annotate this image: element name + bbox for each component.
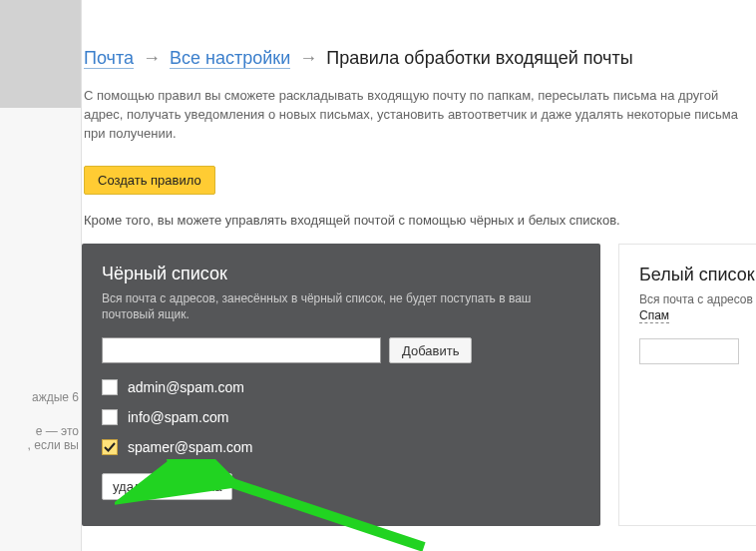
blacklist-item-email: admin@spam.com [128,379,244,395]
page-content: Почта → Все настройки → Правила обработк… [82,0,756,551]
blacklist-add-input[interactable] [102,337,381,363]
blacklist-item-checkbox[interactable] [102,379,118,395]
breadcrumb-current: Правила обработки входящей почты [326,48,632,68]
whitelist-add-input[interactable] [639,338,739,364]
blacklist-item-checkbox[interactable] [102,409,118,425]
blacklist-item-checkbox[interactable] [102,439,118,455]
intro-text: С помощью правил вы сможете раскладывать… [82,87,740,162]
blacklist-item: spamer@spam.com [102,439,580,455]
blacklist-add-button[interactable]: Добавить [389,337,472,363]
breadcrumb-arrow-icon: → [299,48,317,68]
blacklist-description: Вся почта с адресов, занесённых в чёрный… [102,290,580,324]
blacklist-remove-button[interactable]: удалить из списка [102,473,232,500]
whitelist-spam-link[interactable]: Спам [639,308,669,323]
create-rule-button[interactable]: Создать правило [84,166,215,195]
blacklist-item: admin@spam.com [102,379,580,395]
blacklist-item-email: info@spam.com [128,409,228,425]
sidebar-text-fragment: , если вы [28,437,79,453]
blacklist-title: Чёрный список [102,264,580,284]
blacklist-item-email: spamer@spam.com [128,439,252,455]
whitelist-title: Белый список [639,265,756,285]
sidebar-fragment: аждые 6 е — это , если вы [0,0,82,551]
blacklist-item: info@spam.com [102,409,580,425]
whitelist-panel: Белый список Вся почта с адресов Спам [618,244,756,527]
breadcrumb-arrow-icon: → [143,48,161,68]
breadcrumb-mail-link[interactable]: Почта [84,48,134,69]
breadcrumb-settings-link[interactable]: Все настройки [170,48,290,69]
sidebar-text-fragment: аждые 6 [32,389,79,405]
breadcrumb: Почта → Все настройки → Правила обработк… [82,0,756,87]
blacklist-panel: Чёрный список Вся почта с адресов, занес… [82,244,600,527]
whitelist-description: Вся почта с адресов Спам [639,291,756,325]
subintro-text: Кроме того, вы можете управлять входящей… [82,213,756,244]
